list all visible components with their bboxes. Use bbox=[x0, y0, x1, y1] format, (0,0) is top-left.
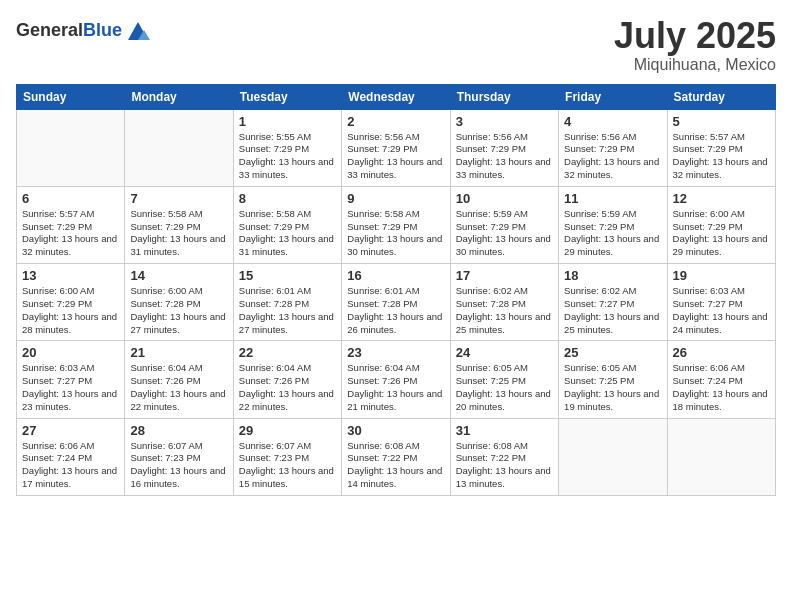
calendar-cell: 10Sunrise: 5:59 AM Sunset: 7:29 PM Dayli… bbox=[450, 186, 558, 263]
calendar-cell: 29Sunrise: 6:07 AM Sunset: 7:23 PM Dayli… bbox=[233, 418, 341, 495]
calendar-cell: 18Sunrise: 6:02 AM Sunset: 7:27 PM Dayli… bbox=[559, 264, 667, 341]
calendar-cell: 17Sunrise: 6:02 AM Sunset: 7:28 PM Dayli… bbox=[450, 264, 558, 341]
logo-wordmark: GeneralBlue bbox=[16, 20, 122, 41]
calendar-cell: 14Sunrise: 6:00 AM Sunset: 7:28 PM Dayli… bbox=[125, 264, 233, 341]
day-number: 2 bbox=[347, 114, 444, 129]
day-number: 9 bbox=[347, 191, 444, 206]
cell-info: Sunrise: 6:02 AM Sunset: 7:28 PM Dayligh… bbox=[456, 285, 553, 336]
logo-blue: Blue bbox=[83, 20, 122, 40]
day-number: 28 bbox=[130, 423, 227, 438]
day-number: 27 bbox=[22, 423, 119, 438]
calendar-cell: 8Sunrise: 5:58 AM Sunset: 7:29 PM Daylig… bbox=[233, 186, 341, 263]
calendar-cell: 25Sunrise: 6:05 AM Sunset: 7:25 PM Dayli… bbox=[559, 341, 667, 418]
cell-info: Sunrise: 6:01 AM Sunset: 7:28 PM Dayligh… bbox=[347, 285, 444, 336]
day-number: 8 bbox=[239, 191, 336, 206]
cell-info: Sunrise: 6:06 AM Sunset: 7:24 PM Dayligh… bbox=[673, 362, 770, 413]
day-number: 23 bbox=[347, 345, 444, 360]
calendar-cell: 20Sunrise: 6:03 AM Sunset: 7:27 PM Dayli… bbox=[17, 341, 125, 418]
cell-info: Sunrise: 5:59 AM Sunset: 7:29 PM Dayligh… bbox=[564, 208, 661, 259]
day-number: 7 bbox=[130, 191, 227, 206]
day-number: 6 bbox=[22, 191, 119, 206]
title-block: July 2025 Miquihuana, Mexico bbox=[614, 16, 776, 74]
cell-info: Sunrise: 6:00 AM Sunset: 7:29 PM Dayligh… bbox=[673, 208, 770, 259]
calendar-header-row: SundayMondayTuesdayWednesdayThursdayFrid… bbox=[17, 84, 776, 109]
day-number: 16 bbox=[347, 268, 444, 283]
cell-info: Sunrise: 6:08 AM Sunset: 7:22 PM Dayligh… bbox=[347, 440, 444, 491]
cell-info: Sunrise: 5:56 AM Sunset: 7:29 PM Dayligh… bbox=[564, 131, 661, 182]
day-number: 24 bbox=[456, 345, 553, 360]
cell-info: Sunrise: 6:02 AM Sunset: 7:27 PM Dayligh… bbox=[564, 285, 661, 336]
day-number: 12 bbox=[673, 191, 770, 206]
location-title: Miquihuana, Mexico bbox=[614, 56, 776, 74]
calendar-cell: 16Sunrise: 6:01 AM Sunset: 7:28 PM Dayli… bbox=[342, 264, 450, 341]
calendar-table: SundayMondayTuesdayWednesdayThursdayFrid… bbox=[16, 84, 776, 496]
cell-info: Sunrise: 5:58 AM Sunset: 7:29 PM Dayligh… bbox=[347, 208, 444, 259]
calendar-cell: 4Sunrise: 5:56 AM Sunset: 7:29 PM Daylig… bbox=[559, 109, 667, 186]
cell-info: Sunrise: 6:07 AM Sunset: 7:23 PM Dayligh… bbox=[130, 440, 227, 491]
calendar-cell bbox=[125, 109, 233, 186]
calendar-cell: 19Sunrise: 6:03 AM Sunset: 7:27 PM Dayli… bbox=[667, 264, 775, 341]
calendar-header-saturday: Saturday bbox=[667, 84, 775, 109]
calendar-header-wednesday: Wednesday bbox=[342, 84, 450, 109]
calendar-header-friday: Friday bbox=[559, 84, 667, 109]
cell-info: Sunrise: 5:58 AM Sunset: 7:29 PM Dayligh… bbox=[130, 208, 227, 259]
day-number: 22 bbox=[239, 345, 336, 360]
day-number: 15 bbox=[239, 268, 336, 283]
calendar-cell: 31Sunrise: 6:08 AM Sunset: 7:22 PM Dayli… bbox=[450, 418, 558, 495]
calendar-cell: 12Sunrise: 6:00 AM Sunset: 7:29 PM Dayli… bbox=[667, 186, 775, 263]
cell-info: Sunrise: 6:04 AM Sunset: 7:26 PM Dayligh… bbox=[347, 362, 444, 413]
cell-info: Sunrise: 6:00 AM Sunset: 7:29 PM Dayligh… bbox=[22, 285, 119, 336]
cell-info: Sunrise: 5:58 AM Sunset: 7:29 PM Dayligh… bbox=[239, 208, 336, 259]
day-number: 31 bbox=[456, 423, 553, 438]
calendar-cell: 22Sunrise: 6:04 AM Sunset: 7:26 PM Dayli… bbox=[233, 341, 341, 418]
calendar-week-row: 1Sunrise: 5:55 AM Sunset: 7:29 PM Daylig… bbox=[17, 109, 776, 186]
cell-info: Sunrise: 6:06 AM Sunset: 7:24 PM Dayligh… bbox=[22, 440, 119, 491]
calendar-header-tuesday: Tuesday bbox=[233, 84, 341, 109]
calendar-cell: 26Sunrise: 6:06 AM Sunset: 7:24 PM Dayli… bbox=[667, 341, 775, 418]
calendar-header-monday: Monday bbox=[125, 84, 233, 109]
cell-info: Sunrise: 6:04 AM Sunset: 7:26 PM Dayligh… bbox=[239, 362, 336, 413]
day-number: 26 bbox=[673, 345, 770, 360]
calendar-cell: 11Sunrise: 5:59 AM Sunset: 7:29 PM Dayli… bbox=[559, 186, 667, 263]
day-number: 21 bbox=[130, 345, 227, 360]
calendar-cell bbox=[559, 418, 667, 495]
day-number: 17 bbox=[456, 268, 553, 283]
day-number: 1 bbox=[239, 114, 336, 129]
cell-info: Sunrise: 6:00 AM Sunset: 7:28 PM Dayligh… bbox=[130, 285, 227, 336]
day-number: 30 bbox=[347, 423, 444, 438]
page-header: GeneralBlue July 2025 Miquihuana, Mexico bbox=[16, 16, 776, 74]
calendar-week-row: 6Sunrise: 5:57 AM Sunset: 7:29 PM Daylig… bbox=[17, 186, 776, 263]
calendar-cell: 15Sunrise: 6:01 AM Sunset: 7:28 PM Dayli… bbox=[233, 264, 341, 341]
day-number: 4 bbox=[564, 114, 661, 129]
calendar-cell: 13Sunrise: 6:00 AM Sunset: 7:29 PM Dayli… bbox=[17, 264, 125, 341]
calendar-header-thursday: Thursday bbox=[450, 84, 558, 109]
cell-info: Sunrise: 6:04 AM Sunset: 7:26 PM Dayligh… bbox=[130, 362, 227, 413]
calendar-cell: 23Sunrise: 6:04 AM Sunset: 7:26 PM Dayli… bbox=[342, 341, 450, 418]
day-number: 11 bbox=[564, 191, 661, 206]
logo-general: General bbox=[16, 20, 83, 40]
calendar-week-row: 20Sunrise: 6:03 AM Sunset: 7:27 PM Dayli… bbox=[17, 341, 776, 418]
cell-info: Sunrise: 5:57 AM Sunset: 7:29 PM Dayligh… bbox=[673, 131, 770, 182]
calendar-cell bbox=[667, 418, 775, 495]
calendar-week-row: 13Sunrise: 6:00 AM Sunset: 7:29 PM Dayli… bbox=[17, 264, 776, 341]
calendar-header-sunday: Sunday bbox=[17, 84, 125, 109]
cell-info: Sunrise: 6:08 AM Sunset: 7:22 PM Dayligh… bbox=[456, 440, 553, 491]
cell-info: Sunrise: 5:56 AM Sunset: 7:29 PM Dayligh… bbox=[347, 131, 444, 182]
cell-info: Sunrise: 6:03 AM Sunset: 7:27 PM Dayligh… bbox=[673, 285, 770, 336]
calendar-cell: 1Sunrise: 5:55 AM Sunset: 7:29 PM Daylig… bbox=[233, 109, 341, 186]
cell-info: Sunrise: 5:59 AM Sunset: 7:29 PM Dayligh… bbox=[456, 208, 553, 259]
day-number: 13 bbox=[22, 268, 119, 283]
cell-info: Sunrise: 6:03 AM Sunset: 7:27 PM Dayligh… bbox=[22, 362, 119, 413]
logo: GeneralBlue bbox=[16, 16, 152, 44]
day-number: 10 bbox=[456, 191, 553, 206]
cell-info: Sunrise: 6:07 AM Sunset: 7:23 PM Dayligh… bbox=[239, 440, 336, 491]
cell-info: Sunrise: 5:55 AM Sunset: 7:29 PM Dayligh… bbox=[239, 131, 336, 182]
day-number: 14 bbox=[130, 268, 227, 283]
calendar-cell: 3Sunrise: 5:56 AM Sunset: 7:29 PM Daylig… bbox=[450, 109, 558, 186]
day-number: 5 bbox=[673, 114, 770, 129]
day-number: 19 bbox=[673, 268, 770, 283]
calendar-week-row: 27Sunrise: 6:06 AM Sunset: 7:24 PM Dayli… bbox=[17, 418, 776, 495]
cell-info: Sunrise: 6:01 AM Sunset: 7:28 PM Dayligh… bbox=[239, 285, 336, 336]
cell-info: Sunrise: 5:56 AM Sunset: 7:29 PM Dayligh… bbox=[456, 131, 553, 182]
calendar-cell: 30Sunrise: 6:08 AM Sunset: 7:22 PM Dayli… bbox=[342, 418, 450, 495]
